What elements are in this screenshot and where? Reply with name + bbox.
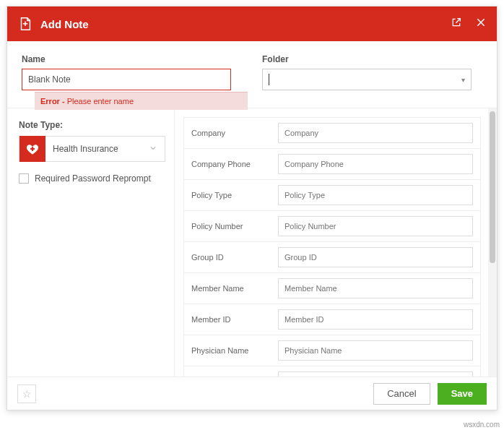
field-input[interactable] bbox=[278, 216, 473, 236]
field-row: Company bbox=[183, 117, 481, 149]
chevron-down-icon bbox=[142, 144, 165, 155]
checkbox-icon[interactable] bbox=[19, 173, 29, 184]
field-input[interactable] bbox=[278, 185, 473, 205]
close-icon[interactable] bbox=[475, 17, 487, 31]
name-error: Error - Please enter name bbox=[35, 92, 248, 110]
field-row: Policy Number bbox=[183, 210, 481, 242]
note-type-label: Note Type: bbox=[19, 120, 165, 130]
field-label: Policy Number bbox=[184, 222, 278, 231]
reprompt-label: Required Password Reprompt bbox=[35, 173, 151, 184]
field-label: Group ID bbox=[184, 253, 278, 262]
folder-label: Folder bbox=[262, 54, 482, 64]
field-input[interactable] bbox=[278, 247, 473, 267]
scrollbar[interactable] bbox=[488, 108, 497, 377]
field-input[interactable] bbox=[278, 371, 473, 377]
dialog-title: Add Note bbox=[40, 18, 451, 30]
note-type-select[interactable]: Health Insurance bbox=[19, 136, 165, 162]
field-label: Company bbox=[184, 129, 278, 137]
field-input[interactable] bbox=[278, 154, 473, 174]
name-label: Name bbox=[22, 54, 242, 64]
chevron-down-icon: ▾ bbox=[461, 76, 465, 84]
favorite-star-icon[interactable]: ☆ bbox=[17, 384, 36, 403]
left-panel: Note Type: Health Insurance Required Pas… bbox=[7, 108, 175, 377]
reprompt-checkbox-row[interactable]: Required Password Reprompt bbox=[19, 173, 165, 184]
note-plus-icon bbox=[17, 16, 33, 32]
health-icon bbox=[19, 136, 45, 162]
field-label: Company Phone bbox=[184, 160, 278, 168]
field-input[interactable] bbox=[278, 340, 473, 361]
field-row: Physician Phone bbox=[183, 366, 481, 377]
field-row: Group ID bbox=[183, 241, 481, 273]
svg-rect-3 bbox=[30, 148, 35, 150]
field-label: Member ID bbox=[184, 315, 278, 324]
field-label: Member Name bbox=[184, 284, 278, 293]
field-row: Policy Type bbox=[183, 179, 481, 211]
field-input[interactable] bbox=[278, 309, 473, 330]
note-type-value: Health Insurance bbox=[45, 144, 142, 154]
field-label: Policy Type bbox=[184, 191, 278, 199]
field-row: Member ID bbox=[183, 304, 481, 335]
field-row: Member Name bbox=[183, 272, 481, 304]
field-row: Company Phone bbox=[183, 148, 481, 180]
field-label: Physician Name bbox=[184, 346, 278, 355]
svg-rect-1 bbox=[25, 22, 25, 26]
popout-icon[interactable] bbox=[451, 17, 462, 31]
field-input[interactable] bbox=[278, 278, 473, 298]
field-input[interactable] bbox=[278, 123, 473, 143]
save-button[interactable]: Save bbox=[438, 383, 487, 405]
dialog-header: Add Note bbox=[7, 7, 497, 41]
watermark: wsxdn.com bbox=[464, 421, 500, 429]
add-note-dialog: Add Note Name Folder ▾ bbox=[6, 6, 498, 410]
name-input[interactable] bbox=[22, 69, 231, 90]
folder-select[interactable]: ▾ bbox=[262, 69, 472, 90]
fields-list: CompanyCompany PhonePolicy TypePolicy Nu… bbox=[175, 108, 488, 377]
dialog-footer: ☆ Cancel Save bbox=[7, 377, 497, 410]
cancel-button[interactable]: Cancel bbox=[373, 383, 430, 405]
field-row: Physician Name bbox=[183, 335, 481, 366]
scrollbar-thumb[interactable] bbox=[490, 111, 495, 263]
